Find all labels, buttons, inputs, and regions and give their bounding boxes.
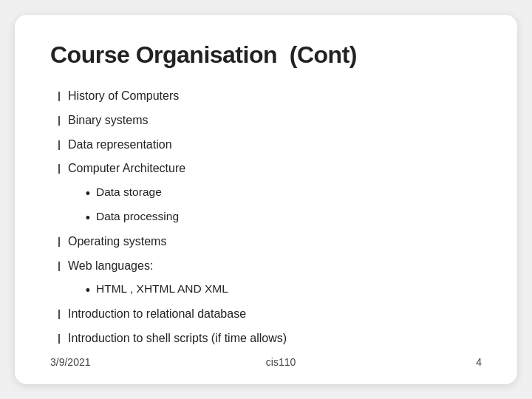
bullet-icon: l xyxy=(50,304,68,326)
title-main: Course Organisation xyxy=(50,41,277,68)
list-item: l Introduction to shell scripts (if time… xyxy=(50,329,482,350)
bullet-icon: l xyxy=(50,135,68,157)
item-text: Data storage xyxy=(96,183,162,202)
bullet-icon: l xyxy=(50,256,68,278)
list-item: l Computer Architecture xyxy=(50,159,482,180)
list-item: l Binary systems xyxy=(50,111,482,132)
list-item: l Web languages: xyxy=(50,256,482,278)
list-item: l Introduction to relational database xyxy=(50,304,482,326)
bullet-icon: l xyxy=(50,86,68,108)
item-text: Web languages: xyxy=(68,256,153,276)
slide: Course Organisation (Cont) l History of … xyxy=(15,15,517,384)
list-item: • HTML , XHTML AND XML xyxy=(50,280,482,301)
sub-bullet-icon: • xyxy=(80,208,96,229)
footer-date: 3/9/2021 xyxy=(50,356,109,368)
item-text: Introduction to relational database xyxy=(68,304,246,324)
item-text: Data representation xyxy=(68,135,172,154)
footer-page: 4 xyxy=(452,356,482,368)
bullet-icon: l xyxy=(50,329,68,350)
list-item: • Data processing xyxy=(50,208,482,229)
item-text: Introduction to shell scripts (if time a… xyxy=(68,329,287,348)
item-text: HTML , XHTML AND XML xyxy=(96,280,228,299)
list-item: l Data representation xyxy=(50,135,482,157)
content-area: l History of Computers l Binary systems … xyxy=(50,86,482,350)
bullet-icon: l xyxy=(50,232,68,253)
footer-center: cis110 xyxy=(109,356,452,368)
item-text: Computer Architecture xyxy=(68,159,185,178)
list-item: l Operating systems xyxy=(50,232,482,253)
sub-bullet-icon: • xyxy=(80,280,96,301)
list-item: l History of Computers xyxy=(50,86,482,108)
item-text: Data processing xyxy=(96,208,179,226)
item-text: History of Computers xyxy=(68,86,179,106)
slide-title: Course Organisation (Cont) xyxy=(50,41,482,69)
bullet-icon: l xyxy=(50,111,68,132)
bullet-icon: l xyxy=(50,159,68,180)
list-item: • Data storage xyxy=(50,183,482,205)
sub-bullet-icon: • xyxy=(80,183,96,205)
item-text: Binary systems xyxy=(68,111,148,130)
slide-footer: 3/9/2021 cis110 4 xyxy=(50,350,482,368)
item-text: Operating systems xyxy=(68,232,166,251)
title-cont: (Cont) xyxy=(290,41,357,68)
